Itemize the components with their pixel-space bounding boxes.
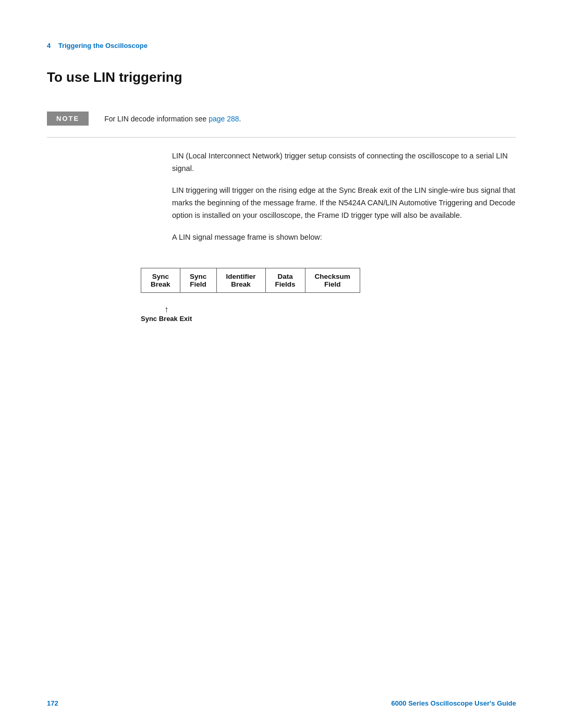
cell-line2: Break (231, 280, 251, 288)
page-container: 4 Triggering the Oscilloscope To use LIN… (0, 0, 563, 728)
cell-data-fields: Data Fields (265, 268, 305, 292)
footer-page-number: 172 (47, 699, 58, 707)
paragraph-3: A LIN signal message frame is shown belo… (172, 231, 516, 244)
chapter-number: 4 (47, 42, 51, 50)
sync-break-exit-area: ↑ Sync Break Exit (0, 302, 563, 323)
note-link[interactable]: page 288 (209, 115, 239, 123)
arrow-up-icon: ↑ (164, 305, 168, 314)
cell-sync-field: Sync Field (180, 268, 216, 292)
diagram-section: Sync Break Sync Field Identifier Break D… (0, 268, 563, 293)
paragraph-2: LIN triggering will trigger on the risin… (172, 184, 516, 222)
cell-sync-break: Sync Break (141, 268, 180, 292)
note-text-suffix: . (239, 115, 241, 123)
cell-line2: Fields (275, 280, 296, 288)
breadcrumb: 4 Triggering the Oscilloscope (47, 42, 516, 50)
header-section: 4 Triggering the Oscilloscope (0, 0, 563, 60)
sync-break-exit-text: Sync Break Exit (141, 315, 192, 323)
note-badge: NOTE (47, 112, 89, 126)
note-section: NOTE For LIN decode information see page… (0, 100, 563, 137)
page-title: To use LIN triggering (0, 69, 563, 85)
cell-line2: Field (324, 280, 341, 288)
chapter-title: Triggering the Oscilloscope (58, 42, 148, 50)
cell-line2: Field (190, 280, 206, 288)
cell-line1: Sync (190, 273, 206, 280)
sync-break-exit-label: ↑ Sync Break Exit (141, 305, 192, 323)
cell-line2: Break (151, 280, 170, 288)
footer-guide-title: 6000 Series Oscilloscope User's Guide (391, 699, 516, 707)
cell-line1: Data (277, 273, 292, 280)
cell-line1: Checksum (315, 273, 350, 280)
note-text-prefix: For LIN decode information see (104, 115, 209, 123)
paragraph-1: LIN (Local Interconnect Network) trigger… (172, 150, 516, 175)
content-section: LIN (Local Interconnect Network) trigger… (0, 138, 563, 268)
footer: 172 6000 Series Oscilloscope User's Guid… (0, 699, 563, 707)
signal-frame-row: Sync Break Sync Field Identifier Break D… (141, 268, 360, 292)
cell-identifier-break: Identifier Break (216, 268, 265, 292)
cell-line1: Identifier (226, 273, 256, 280)
signal-frame-table: Sync Break Sync Field Identifier Break D… (141, 268, 360, 293)
note-text: For LIN decode information see page 288. (104, 112, 241, 125)
cell-checksum-field: Checksum Field (305, 268, 360, 292)
cell-line1: Sync (152, 273, 169, 280)
